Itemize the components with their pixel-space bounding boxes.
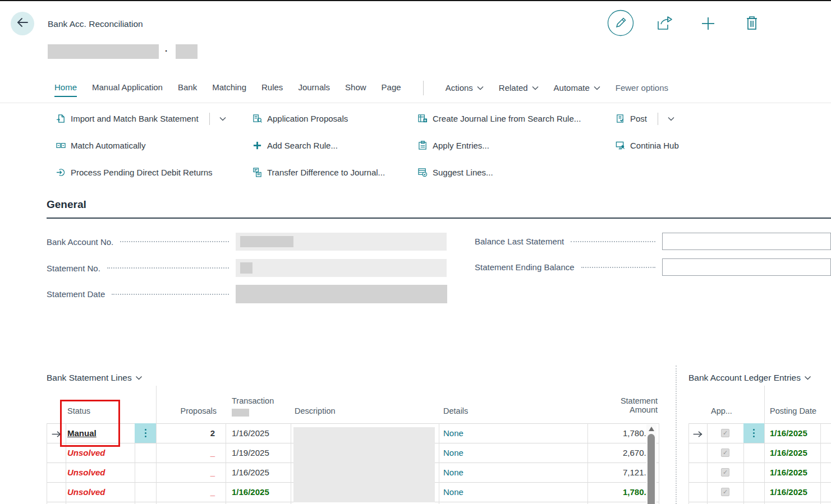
vertical-ellipsis-icon: [145, 429, 146, 437]
add-search-rule-button[interactable]: Add Search Rule...: [252, 138, 385, 153]
match-automatically-button[interactable]: Match Automatically: [56, 138, 226, 153]
bank-account-ledger-entries-part-header[interactable]: Bank Account Ledger Entries: [688, 373, 811, 383]
statement-ending-balance-input[interactable]: [662, 258, 831, 276]
statement-amount-cell[interactable]: 1,780.4: [561, 423, 651, 443]
edit-pencil-icon[interactable]: [607, 10, 634, 39]
details-cell[interactable]: None: [443, 443, 463, 463]
button-label: Create Journal Line from Search Rule...: [433, 114, 581, 123]
bank-account-no-label: Bank Account No.: [47, 237, 113, 247]
statement-amount-cell[interactable]: 7,121.9: [561, 463, 651, 482]
status-cell[interactable]: Unsolved: [67, 443, 105, 463]
transaction-date-cell[interactable]: 1/16/2025: [232, 463, 269, 482]
table-vertical-scrollbar[interactable]: [646, 424, 656, 504]
statement-amount-cell[interactable]: 1,780.4: [561, 482, 651, 502]
application-proposals-icon: [252, 114, 262, 123]
menu-related[interactable]: Related: [499, 83, 539, 96]
status-cell[interactable]: Unsolved: [67, 482, 105, 502]
proposals-cell[interactable]: _: [159, 482, 215, 502]
transaction-date-cell[interactable]: 1/19/2025: [232, 443, 269, 463]
button-label: Application Proposals: [267, 114, 348, 123]
match-automatically-icon: [56, 141, 66, 150]
dotted-leader: [120, 241, 229, 242]
posting-date-cell[interactable]: 1/16/2025: [770, 443, 807, 463]
details-cell[interactable]: None: [443, 423, 463, 443]
application-proposals-button[interactable]: Application Proposals: [252, 111, 385, 126]
new-plus-icon[interactable]: [700, 16, 716, 34]
posting-date-cell[interactable]: 1/16/2025: [770, 423, 807, 443]
col-header-statement-amount[interactable]: Statement Amount: [568, 396, 658, 414]
scroll-up-arrow-icon[interactable]: [649, 427, 654, 431]
balance-last-statement-input[interactable]: [662, 233, 831, 250]
delete-trash-icon[interactable]: [745, 15, 759, 33]
dotted-leader: [571, 241, 655, 242]
statement-amount-cell[interactable]: 2,670.7: [561, 443, 651, 463]
import-and-match-bank-statement-button[interactable]: Import and Match Bank Statement: [56, 111, 226, 126]
dotted-leader: [112, 294, 229, 295]
dotted-leader: [107, 267, 229, 269]
bank-statement-lines-part-header[interactable]: Bank Statement Lines: [47, 373, 143, 383]
col-header-proposals[interactable]: Proposals: [159, 406, 217, 415]
scrollbar-thumb[interactable]: [648, 434, 655, 504]
transaction-date-cell[interactable]: 1/16/2025: [232, 423, 269, 443]
tab-journals[interactable]: Journals: [298, 82, 330, 97]
details-cell[interactable]: None: [443, 482, 463, 502]
transfer-difference-to-journal-button[interactable]: Transfer Difference to Journal...: [252, 165, 385, 180]
details-cell[interactable]: None: [443, 463, 463, 482]
bank-account-no-value-redacted[interactable]: [236, 233, 447, 251]
chevron-down-icon[interactable]: [668, 117, 674, 121]
button-label: Apply Entries...: [433, 141, 489, 150]
tab-home[interactable]: Home: [54, 82, 77, 97]
col-header-details[interactable]: Details: [443, 406, 468, 415]
posting-date-cell[interactable]: 1/16/2025: [770, 482, 807, 502]
current-row-arrow-icon: [690, 423, 706, 443]
field-statement-ending-balance: Statement Ending Balance: [475, 258, 831, 276]
balance-last-statement-label: Balance Last Statement: [475, 237, 564, 246]
transaction-date-cell[interactable]: 1/16/2025: [232, 482, 269, 502]
statement-no-value-redacted[interactable]: [236, 259, 447, 277]
chevron-down-icon: [532, 86, 539, 90]
status-cell[interactable]: Unsolved: [67, 463, 105, 482]
col-header-posting-date[interactable]: Posting Date: [770, 406, 816, 415]
tab-bank[interactable]: Bank: [178, 82, 197, 97]
applied-checkbox-checked: ✓: [721, 429, 729, 437]
menu-automate[interactable]: Automate: [554, 83, 600, 96]
general-section-heading: General: [47, 198, 86, 211]
chevron-down-icon[interactable]: [219, 117, 226, 121]
col-header-transaction[interactable]: Transaction: [232, 396, 274, 405]
row-menu-dots[interactable]: [743, 423, 764, 443]
tab-show[interactable]: Show: [345, 82, 366, 97]
panel-divider-dotted: [676, 366, 677, 504]
tab-matching[interactable]: Matching: [212, 82, 246, 97]
current-row-arrow-icon: [48, 423, 65, 443]
col-header-status[interactable]: Status: [67, 406, 90, 415]
create-journal-line-from-search-rule-button[interactable]: Create Journal Line from Search Rule...: [418, 111, 581, 126]
tab-page[interactable]: Page: [382, 82, 401, 97]
post-button[interactable]: Post: [616, 111, 679, 126]
back-button[interactable]: [11, 12, 34, 35]
process-pending-direct-debit-returns-button[interactable]: Process Pending Direct Debit Returns: [56, 165, 226, 180]
suggest-lines-button[interactable]: Suggest Lines...: [418, 165, 581, 180]
proposals-cell[interactable]: 2: [159, 423, 215, 443]
row-menu-dots[interactable]: [135, 423, 156, 443]
fewer-options-button[interactable]: Fewer options: [616, 83, 668, 96]
toolbar-column-4: Post Continia Hub: [616, 111, 679, 153]
continia-hub-button[interactable]: Continia Hub: [616, 138, 679, 153]
posting-date-cell[interactable]: 1/16/2025: [770, 463, 807, 482]
status-cell[interactable]: Manual: [67, 423, 97, 443]
statement-date-value-redacted[interactable]: [236, 285, 447, 303]
tab-rules[interactable]: Rules: [261, 82, 283, 97]
chevron-down-icon: [477, 86, 484, 90]
menu-actions[interactable]: Actions: [446, 83, 484, 96]
proposals-cell[interactable]: _: [159, 443, 215, 463]
tab-manual-application[interactable]: Manual Application: [92, 82, 163, 97]
table-row: ✓ 1/16/2025: [688, 443, 831, 463]
col-header-description[interactable]: Description: [295, 406, 336, 415]
suggest-lines-icon: [418, 168, 428, 177]
share-icon[interactable]: [656, 16, 673, 33]
apply-entries-button[interactable]: Apply Entries...: [418, 138, 581, 153]
col-header-applied[interactable]: App...: [711, 406, 732, 415]
applied-checkbox-cell: ✓: [707, 482, 743, 502]
chevron-down-icon: [594, 86, 600, 90]
proposals-cell[interactable]: _: [159, 463, 215, 482]
split-divider: [209, 113, 210, 125]
